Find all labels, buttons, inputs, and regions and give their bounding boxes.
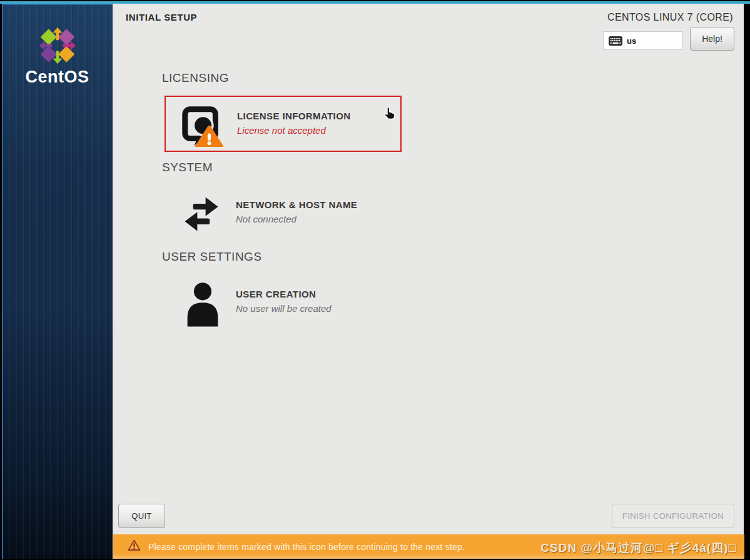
section-header-user-settings: USER SETTINGS (162, 250, 262, 264)
centos-logo: CentOS (2, 26, 113, 87)
spoke-status: License not accepted (237, 125, 350, 136)
page-title: INITIAL SETUP (126, 12, 197, 22)
spoke-network-host-name[interactable]: NETWORK & HOST NAME Not connected (165, 185, 402, 242)
user-icon (184, 281, 221, 329)
sidebar: CentOS (2, 4, 113, 559)
spoke-status: Not connected (236, 214, 357, 224)
watermark-text: CSDN @小马过河@□ ギ彡4á(四)□ (540, 540, 736, 556)
network-icon (178, 191, 225, 239)
spoke-license-information[interactable]: LICENSE INFORMATION License not accepted (165, 96, 402, 152)
section-header-system: SYSTEM (162, 161, 213, 174)
hand-cursor-icon (382, 106, 396, 123)
help-button[interactable]: Help! (690, 27, 734, 51)
warning-triangle-icon (128, 539, 141, 554)
warning-message: Please complete items marked with this i… (148, 542, 465, 552)
section-header-licensing: LICENSING (162, 71, 229, 85)
license-spoke-text: LICENSE INFORMATION License not accepted (237, 111, 350, 136)
spoke-title: USER CREATION (236, 289, 332, 299)
spoke-title: NETWORK & HOST NAME (236, 199, 357, 210)
product-name: CENTOS LINUX 7 (CORE) (607, 12, 733, 23)
keyboard-icon (609, 36, 622, 46)
centos-pinwheel-icon (38, 26, 77, 65)
brand-name: CentOS (2, 68, 113, 87)
keyboard-layout-value: us (627, 36, 636, 46)
network-spoke-text: NETWORK & HOST NAME Not connected (236, 199, 357, 224)
spoke-user-creation[interactable]: USER CREATION No user will be created (165, 274, 402, 332)
quit-button[interactable]: QUIT (118, 504, 165, 528)
main-content: INITIAL SETUP CENTOS LINUX 7 (CORE) us H… (113, 4, 744, 559)
license-icon (178, 102, 223, 149)
keyboard-layout-selector[interactable]: us (603, 31, 682, 50)
finish-configuration-button[interactable]: FINISH CONFIGURATION (612, 504, 734, 528)
user-spoke-text: USER CREATION No user will be created (236, 289, 332, 314)
spoke-title: LICENSE INFORMATION (237, 111, 350, 121)
spoke-status: No user will be created (236, 303, 332, 314)
